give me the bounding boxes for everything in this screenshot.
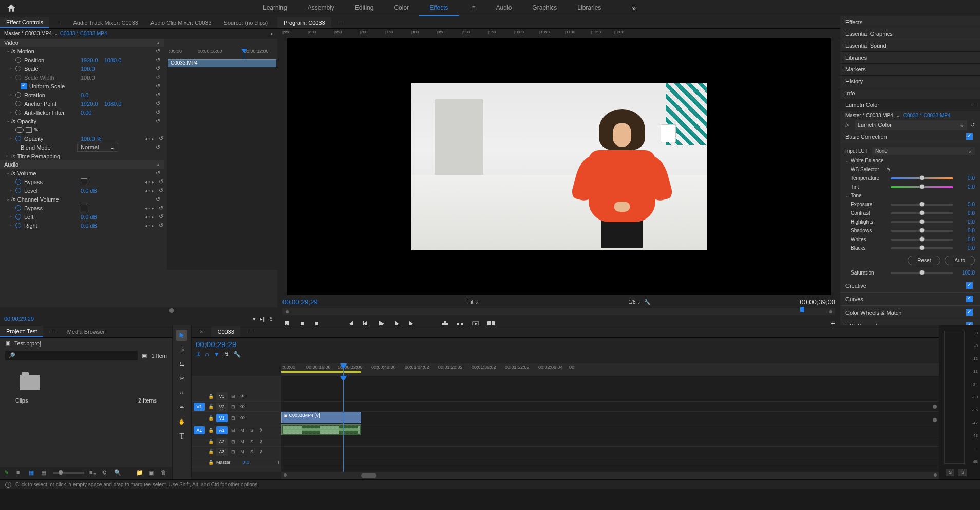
stopwatch-active-icon[interactable] bbox=[15, 205, 21, 211]
track-v2[interactable]: V2 bbox=[216, 403, 228, 411]
input-lut-select[interactable]: None⌄ bbox=[872, 147, 975, 155]
icon-view-icon[interactable]: ▦ bbox=[29, 469, 36, 477]
hsl-checkbox[interactable] bbox=[966, 322, 973, 325]
mask-rect-icon[interactable] bbox=[26, 127, 32, 133]
temperature-slider[interactable] bbox=[891, 177, 953, 179]
ec-mini-timeline[interactable]: :00;00 00;00;16;00 00;00;32;00 C0033.MP4 bbox=[167, 49, 277, 270]
tab-audio-track-mixer[interactable]: Audio Track Mixer: C0033 bbox=[67, 17, 144, 28]
stopwatch-active-icon[interactable] bbox=[15, 188, 21, 193]
ws-graphics[interactable]: Graphics bbox=[522, 0, 567, 16]
lumetri-effect-select[interactable]: Lumetri Color⌄ bbox=[855, 120, 967, 130]
contrast-value[interactable]: 0.0 bbox=[957, 210, 975, 216]
source-v1[interactable]: V1 bbox=[194, 403, 205, 411]
stopwatch-icon[interactable] bbox=[15, 92, 21, 98]
zoom-select[interactable]: Fit bbox=[467, 299, 473, 305]
home-icon[interactable] bbox=[6, 3, 16, 13]
automate-icon[interactable]: ⟲ bbox=[102, 469, 109, 477]
level-value[interactable]: 0.0 dB bbox=[81, 188, 97, 194]
saturation-slider[interactable] bbox=[891, 272, 953, 274]
twirl-icon[interactable]: › bbox=[10, 93, 15, 97]
reset-icon[interactable]: ↺ bbox=[154, 100, 161, 107]
color-wheels-section[interactable]: Color Wheels & Match bbox=[845, 309, 901, 316]
reset-icon[interactable]: ↺ bbox=[157, 213, 164, 220]
trash-icon[interactable]: 🗑 bbox=[161, 469, 168, 477]
bin-area[interactable]: Clips2 Items bbox=[0, 362, 172, 467]
shadows-value[interactable]: 0.0 bbox=[957, 228, 975, 233]
twirl-icon[interactable]: ⌄ bbox=[6, 171, 11, 175]
filter-bin-icon[interactable]: ▣ bbox=[142, 352, 147, 359]
tab-audio-clip-mixer[interactable]: Audio Clip Mixer: C0033 bbox=[144, 17, 218, 28]
creative-checkbox[interactable] bbox=[966, 282, 973, 289]
mute-icon[interactable]: M bbox=[239, 428, 246, 433]
program-scrubber[interactable] bbox=[282, 308, 835, 315]
panel-menu-icon[interactable]: ≡ bbox=[45, 326, 61, 337]
reset-icon[interactable]: ↺ bbox=[154, 144, 161, 151]
keyframe-nav[interactable]: ◂ ◦ ▸ bbox=[145, 206, 154, 211]
exposure-value[interactable]: 0.0 bbox=[957, 202, 975, 207]
mini-playhead[interactable] bbox=[244, 49, 244, 59]
highlights-slider[interactable] bbox=[891, 221, 953, 223]
hsl-section[interactable]: HSL Secondary bbox=[845, 323, 885, 325]
mute-icon[interactable]: M bbox=[239, 439, 246, 444]
lock-icon[interactable]: 🔒 bbox=[207, 460, 214, 465]
toggle-output-icon[interactable]: 👁 bbox=[239, 404, 246, 409]
ec-sequence-link[interactable]: C0033 * C0033.MP4 bbox=[60, 31, 107, 37]
work-area-bar[interactable] bbox=[281, 371, 361, 373]
reset-icon[interactable]: ↺ bbox=[154, 65, 161, 72]
keyframe-nav[interactable]: ◂ ◦ ▸ bbox=[145, 223, 154, 228]
cwm-checkbox[interactable] bbox=[966, 309, 973, 316]
tab-project[interactable]: Project: Test bbox=[0, 326, 43, 337]
new-bin-icon[interactable]: 📁 bbox=[136, 469, 143, 477]
highlights-value[interactable]: 0.0 bbox=[957, 219, 975, 225]
solo-icon[interactable]: S bbox=[248, 428, 255, 433]
solo-left[interactable]: S bbox=[946, 469, 954, 476]
stopwatch-icon[interactable] bbox=[15, 110, 21, 115]
play-icon[interactable]: ▸ bbox=[271, 31, 273, 37]
vscroll-a[interactable] bbox=[933, 418, 937, 422]
blacks-slider[interactable] bbox=[891, 247, 953, 249]
reset-icon[interactable]: ↺ bbox=[154, 196, 161, 203]
uniform-scale-checkbox[interactable] bbox=[21, 83, 27, 89]
resolution-select[interactable]: 1/8 bbox=[629, 299, 636, 305]
twirl-icon[interactable]: ⌄ bbox=[845, 193, 851, 198]
panel-libraries[interactable]: Libraries bbox=[840, 52, 980, 64]
keyframe-nav[interactable]: ◂ ◦ ▸ bbox=[145, 214, 154, 220]
tab-media-browser[interactable]: Media Browser bbox=[61, 326, 111, 337]
lock-icon[interactable]: 🔒 bbox=[207, 394, 214, 399]
saturation-value[interactable]: 100.0 bbox=[957, 270, 975, 276]
eyedropper-icon[interactable]: ✎ bbox=[887, 167, 891, 172]
right-value[interactable]: 0.0 dB bbox=[81, 223, 97, 229]
vscroll-v[interactable] bbox=[933, 405, 937, 409]
twirl-icon[interactable]: › bbox=[10, 214, 15, 219]
reset-icon[interactable]: ↺ bbox=[157, 205, 164, 211]
mask-ellipse-icon[interactable] bbox=[15, 127, 24, 133]
keyframe-nav[interactable]: ◂ ◦ ▸ bbox=[145, 188, 154, 193]
tab-sequence[interactable]: C0033 bbox=[211, 326, 240, 337]
razor-tool-icon[interactable]: ✂ bbox=[176, 373, 187, 384]
reset-icon[interactable]: ↺ bbox=[157, 178, 164, 185]
tab-source[interactable]: Source: (no clips) bbox=[218, 17, 274, 28]
lock-icon[interactable]: 🔒 bbox=[207, 439, 214, 444]
pen-tool-icon[interactable]: ✒ bbox=[176, 402, 187, 413]
panel-menu-icon[interactable]: ≡ bbox=[972, 102, 975, 108]
filter-icon[interactable]: ▾ bbox=[253, 316, 256, 322]
hand-tool-icon[interactable]: ✋ bbox=[176, 416, 187, 427]
snap-icon[interactable]: ⁜ bbox=[196, 351, 201, 358]
shadows-slider[interactable] bbox=[891, 230, 953, 232]
panel-info[interactable]: Info bbox=[840, 87, 980, 99]
bypass2-checkbox[interactable] bbox=[81, 205, 87, 211]
toggle-sync-icon[interactable]: ⊟ bbox=[230, 415, 237, 421]
toggle-sync-icon[interactable]: ⊟ bbox=[230, 428, 237, 433]
stopwatch-icon[interactable] bbox=[15, 57, 21, 63]
twirl-icon[interactable]: ⌄ bbox=[6, 119, 11, 123]
ws-assembly[interactable]: Assembly bbox=[297, 0, 345, 16]
ws-editing[interactable]: Editing bbox=[345, 0, 384, 16]
panel-menu-icon[interactable]: ≡ bbox=[333, 17, 349, 28]
type-tool-icon[interactable]: T bbox=[176, 430, 187, 442]
video-section[interactable]: Video bbox=[4, 40, 18, 46]
antiflicker-value[interactable]: 0.00 bbox=[81, 110, 91, 116]
reset-icon[interactable]: ↺ bbox=[154, 83, 161, 89]
panel-menu-icon[interactable]: ≡ bbox=[242, 326, 258, 337]
tab-effect-controls[interactable]: Effect Controls bbox=[0, 17, 49, 28]
basic-correction-section[interactable]: Basic Correction bbox=[845, 134, 887, 140]
